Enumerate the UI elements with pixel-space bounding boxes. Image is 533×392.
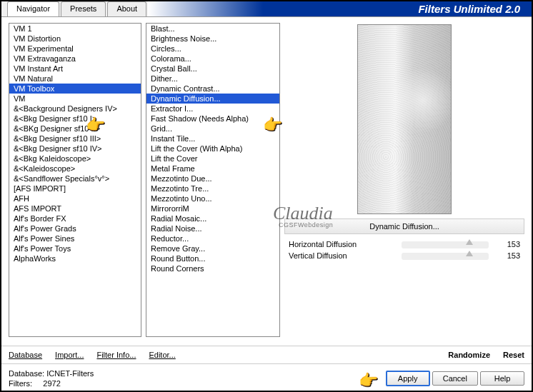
- category-item[interactable]: Alf's Power Toys: [9, 243, 141, 253]
- randomize-button[interactable]: Randomize: [448, 351, 490, 359]
- category-item[interactable]: VM 1: [9, 24, 141, 34]
- filter-item[interactable]: Remove Gray...: [146, 243, 279, 253]
- category-item[interactable]: &<Sandflower Specials°v°>: [9, 174, 141, 184]
- database-button[interactable]: Database: [9, 351, 42, 359]
- editor-button[interactable]: Editor...: [149, 351, 175, 359]
- filter-item[interactable]: Crystal Ball...: [146, 64, 279, 74]
- filter-item[interactable]: Mezzotinto Due...: [146, 174, 279, 184]
- window-title: Filters Unlimited 2.0: [148, 1, 532, 16]
- filter-item[interactable]: Grid...: [146, 124, 279, 134]
- cancel-button[interactable]: Cancel: [432, 371, 478, 386]
- tab-navigator[interactable]: Navigator: [7, 1, 59, 16]
- preview-image: [357, 24, 452, 214]
- filter-name-label: Dynamic Diffusion...: [284, 218, 524, 234]
- category-item[interactable]: Alf's Border FX: [9, 213, 141, 223]
- apply-button[interactable]: Apply: [386, 371, 430, 386]
- category-item[interactable]: Alf's Power Grads: [9, 223, 141, 233]
- filter-item[interactable]: Round Button...: [146, 253, 279, 263]
- param-slider[interactable]: [402, 253, 489, 260]
- category-item[interactable]: AFS IMPORT: [9, 203, 141, 213]
- category-item[interactable]: &<Bkg Designer sf10 III>: [9, 134, 141, 144]
- filter-item[interactable]: Radial Noise...: [146, 223, 279, 233]
- filter-item[interactable]: Lift the Cover (With Alpha): [146, 144, 279, 154]
- category-item[interactable]: [AFS IMPORT]: [9, 184, 141, 194]
- category-item[interactable]: &<Bkg Kaleidoscope>: [9, 154, 141, 164]
- param-label: Vertical Diffusion: [289, 251, 396, 260]
- tab-about[interactable]: About: [107, 1, 146, 16]
- category-item[interactable]: &<Background Designers IV>: [9, 104, 141, 114]
- category-item[interactable]: VM Extravaganza: [9, 54, 141, 64]
- filter-item[interactable]: Dynamic Diffusion...: [146, 94, 279, 104]
- filter-item[interactable]: Metal Frame: [146, 164, 279, 174]
- filter-item[interactable]: Mezzotinto Tre...: [146, 184, 279, 194]
- filter-item[interactable]: Mezzotinto Uno...: [146, 194, 279, 203]
- param-value: 153: [494, 251, 520, 260]
- parameters-panel: Horizontal Diffusion153Vertical Diffusio…: [284, 238, 524, 261]
- param-value: 153: [494, 240, 520, 248]
- filter-item[interactable]: Blast...: [146, 24, 279, 34]
- filter-item[interactable]: Reductor...: [146, 233, 279, 243]
- category-item[interactable]: AlphaWorks: [9, 253, 141, 263]
- category-item[interactable]: VM Distortion: [9, 34, 141, 44]
- filter-item[interactable]: Circles...: [146, 44, 279, 54]
- filter-item[interactable]: Extractor I...: [146, 104, 279, 114]
- category-item[interactable]: VM: [9, 94, 141, 104]
- filter-item[interactable]: Dither...: [146, 74, 279, 84]
- filter-item[interactable]: Fast Shadow (Needs Alpha): [146, 114, 279, 124]
- category-item[interactable]: &<Bkg Designer sf10 IV>: [9, 144, 141, 154]
- filter-info-button[interactable]: Filter Info...: [96, 351, 136, 359]
- filter-item[interactable]: Radial Mosaic...: [146, 213, 279, 223]
- category-item[interactable]: &<Bkg Designer sf10 I>: [9, 114, 141, 124]
- param-label: Horizontal Diffusion: [289, 240, 396, 248]
- category-item[interactable]: VM Natural: [9, 74, 141, 84]
- filter-item[interactable]: MirrororriM: [146, 203, 279, 213]
- filter-item[interactable]: Round Corners: [146, 263, 279, 273]
- filter-item[interactable]: Colorama...: [146, 54, 279, 64]
- category-item[interactable]: AFH: [9, 194, 141, 203]
- filter-item[interactable]: Dynamic Contrast...: [146, 84, 279, 94]
- category-list[interactable]: VM 1VM DistortionVM ExperimentalVM Extra…: [9, 23, 141, 337]
- param-slider[interactable]: [402, 241, 489, 248]
- category-item[interactable]: VM Toolbox: [9, 84, 141, 94]
- status-text: Database: ICNET-Filters Filters: 2972: [9, 368, 94, 388]
- category-item[interactable]: &<Kaleidoscope>: [9, 164, 141, 174]
- category-item[interactable]: Alf's Power Sines: [9, 233, 141, 243]
- filter-list[interactable]: Blast...Brightness Noise...Circles...Col…: [146, 23, 280, 337]
- import-button[interactable]: Import...: [55, 351, 84, 359]
- filter-item[interactable]: Brightness Noise...: [146, 34, 279, 44]
- reset-button[interactable]: Reset: [503, 351, 524, 359]
- tab-presets[interactable]: Presets: [61, 1, 106, 16]
- category-item[interactable]: &<BKg Designer sf10 II>: [9, 124, 141, 134]
- category-item[interactable]: VM Instant Art: [9, 64, 141, 74]
- category-item[interactable]: VM Experimental: [9, 44, 141, 54]
- help-button[interactable]: Help: [480, 371, 524, 386]
- filter-item[interactable]: Instant Tile...: [146, 134, 279, 144]
- filter-item[interactable]: Lift the Cover: [146, 154, 279, 164]
